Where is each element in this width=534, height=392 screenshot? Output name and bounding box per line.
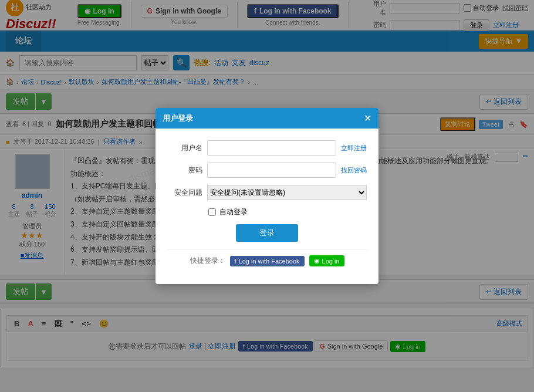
modal-auto-login-label: 自动登录 xyxy=(219,207,248,217)
modal-header: 用户登录 ✕ xyxy=(156,108,378,129)
login-modal: 用户登录 ✕ 用户名 立即注册 密码 找回密码 安全问题 安全提问(未设置请忽略… xyxy=(156,108,378,284)
modal-password-field: 密码 找回密码 xyxy=(167,163,367,178)
modal-password-label: 密码 xyxy=(167,165,202,175)
modal-quick-login: 快捷登录： f Log in with Facebook ◉ Log in xyxy=(167,255,367,272)
modal-auto-login-row: 自动登录 xyxy=(167,207,367,217)
modal-username-field: 用户名 立即注册 xyxy=(167,140,367,156)
modal-overlay[interactable]: 用户登录 ✕ 用户名 立即注册 密码 找回密码 安全问题 安全提问(未设置请忽略… xyxy=(0,0,534,367)
modal-security-field: 安全问题 安全提问(未设置请忽略) xyxy=(167,185,367,200)
modal-fb-label: Log in with Facebook xyxy=(239,258,300,265)
modal-line-button[interactable]: ◉ Log in xyxy=(309,255,344,266)
modal-username-input[interactable] xyxy=(207,140,336,156)
modal-close-button[interactable]: ✕ xyxy=(364,113,371,124)
modal-line-icon: ◉ xyxy=(314,257,320,265)
modal-facebook-button[interactable]: f Log in with Facebook xyxy=(230,256,305,266)
modal-security-label: 安全问题 xyxy=(167,188,202,198)
modal-login-button[interactable]: 登录 xyxy=(236,224,298,242)
modal-password-input[interactable] xyxy=(207,163,336,178)
modal-quick-label: 快捷登录： xyxy=(190,256,225,266)
modal-fb-icon: f xyxy=(235,258,236,265)
modal-divider xyxy=(167,249,367,249)
modal-recover-link[interactable]: 找回密码 xyxy=(341,166,367,175)
modal-body: 用户名 立即注册 密码 找回密码 安全问题 安全提问(未设置请忽略) 自动登录 … xyxy=(156,129,378,284)
modal-auto-login-checkbox[interactable] xyxy=(208,208,216,216)
modal-security-select[interactable]: 安全提问(未设置请忽略) xyxy=(207,185,367,200)
modal-username-label: 用户名 xyxy=(167,143,202,153)
modal-register-link[interactable]: 立即注册 xyxy=(341,144,367,153)
modal-title: 用户登录 xyxy=(163,113,193,124)
modal-line-label: Log in xyxy=(322,258,340,265)
